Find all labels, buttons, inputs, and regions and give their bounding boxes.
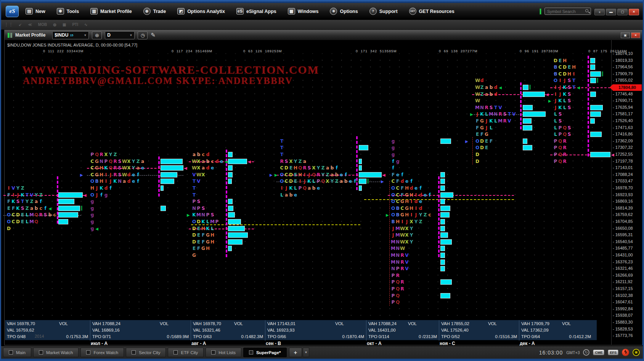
cme-badge: CME [593, 350, 604, 355]
symbol-settings-button[interactable]: ⊛ [92, 31, 102, 39]
new-icon: ▤ [26, 8, 33, 15]
tab-etf-city[interactable]: ETF City [168, 348, 204, 357]
windows-icon: ▦ [288, 8, 295, 15]
menu-item-options[interactable]: ⊛Options [330, 8, 358, 15]
application-window: eS ▤New✱Tools▥Market Profile◍Trade◩Optio… [0, 0, 644, 361]
data-feed-icon[interactable]: ϟ [622, 349, 629, 356]
tab-label: Forex Watch [93, 350, 118, 355]
status-time: 16:03:00 [539, 350, 563, 356]
get-icon: GET [409, 8, 416, 15]
toolbar-icon-5[interactable]: PTI [72, 23, 78, 27]
tab-main[interactable]: Main [3, 348, 31, 357]
menu-item-label: Support [379, 9, 398, 14]
menu-item-label: New [35, 9, 45, 14]
toolbar-icon-4[interactable]: ▦ [63, 23, 66, 27]
tab-label: Sector City [139, 350, 160, 355]
window-title: Market Profile [15, 32, 45, 38]
chevron-down-icon[interactable]: ▼ [84, 34, 87, 37]
tab-market-watch[interactable]: Market Watch [33, 348, 79, 357]
market-profile-window: Market Profile $INDU 15 ▼ ⊛ D ▼ ◷ ✎ ▣ ✕ [4, 30, 643, 345]
tab-label: Market Watch [46, 350, 73, 355]
gear-icon: ⊛ [330, 8, 337, 15]
toolbar-icon-0[interactable]: ↙ [19, 23, 22, 27]
menu-item-esignal-apps[interactable]: eSeSignal Apps [236, 8, 276, 15]
question-icon: ? [369, 8, 377, 15]
tab-checkbox-icon [132, 350, 136, 355]
market-profile-icon: ▥ [90, 8, 98, 15]
menu-item-options-analytix[interactable]: ◩Options Analytix [177, 8, 225, 15]
tab-label: ETF City [181, 350, 198, 355]
restore-window-button[interactable]: ▣ [621, 32, 630, 38]
toolbar-icon-3[interactable]: ◍ [53, 23, 56, 27]
page-list-dropdown[interactable]: ▾ [303, 348, 309, 357]
tools-icon: ✱ [57, 8, 64, 15]
tab-superpage-[interactable]: SuperPage* [243, 348, 287, 357]
tab-label: Hot Lists [218, 350, 236, 355]
collapse-button[interactable]: ⌅ [594, 9, 605, 15]
window-controls: ⌅▬▢✕ [593, 8, 639, 15]
menu-item-new[interactable]: ▤New [26, 8, 45, 15]
tab-hot-lists[interactable]: Hot Lists [206, 348, 241, 357]
close-button[interactable]: ✕ [629, 9, 639, 15]
connection-indicator [540, 8, 541, 15]
tab-checkbox-icon [173, 350, 178, 355]
menu-right-group: ⌅▬▢✕ [540, 8, 639, 15]
tab-checkbox-icon [211, 350, 215, 355]
symbol-combo[interactable]: $INDU 15 ▼ [52, 31, 89, 39]
tab-sector-city[interactable]: Sector City [126, 348, 166, 357]
toolbar-icon-2[interactable]: MOB [38, 23, 47, 27]
window-status-icon [8, 33, 12, 38]
clock-button[interactable]: ◷ [138, 31, 148, 39]
menu-item-get-resources[interactable]: GETGET Resources [409, 8, 454, 15]
drawing-toolbar: ⋮⋮ ↙≪MOB◍▦PTI∿ [1, 20, 643, 30]
trade-globe-icon: ◍ [143, 8, 151, 15]
search-icon[interactable] [585, 9, 590, 14]
menu-item-market-profile[interactable]: ▥Market Profile [90, 8, 132, 15]
symbol-superscript: 15 [70, 34, 73, 37]
sync-icon[interactable]: ↻ [583, 349, 589, 356]
window-top-frame [1, 0, 643, 3]
tab-label: Main [16, 350, 26, 355]
close-window-button[interactable]: ✕ [631, 32, 640, 38]
esignal-logo-button[interactable]: eS [6, 6, 19, 17]
market-profile-titlebar[interactable]: Market Profile $INDU 15 ▼ ⊛ D ▼ ◷ ✎ ▣ ✕ [5, 30, 642, 40]
toolbar-icons: ↙≪MOB◍▦PTI∿ [19, 23, 87, 27]
toolbar-drag-handle[interactable]: ⋮⋮ [4, 22, 13, 27]
toolbar-icon-1[interactable]: ≪ [28, 23, 32, 27]
status-timezone: GMT+3 [566, 350, 580, 355]
menu-item-support[interactable]: ?Support [369, 8, 398, 15]
page-tabs: MainMarket WatchForex WatchSector CityET… [1, 348, 287, 357]
tab-label: SuperPage* [256, 350, 281, 355]
options-analytix-icon: ◩ [177, 8, 185, 15]
symbol-value: $INDU [55, 32, 68, 38]
symbol-search-input[interactable] [544, 8, 591, 15]
menu-item-label: Tools [67, 9, 79, 14]
pencil-icon[interactable]: ✎ [151, 32, 156, 39]
menu-item-label: eSignal Apps [246, 9, 276, 14]
menu-item-tools[interactable]: ✱Tools [57, 8, 79, 15]
network-status-icon[interactable]: ◉ [633, 349, 640, 356]
add-page-button[interactable]: + [289, 348, 302, 357]
menu-item-windows[interactable]: ▦Windows [288, 8, 319, 15]
tab-forex-watch[interactable]: Forex Watch [80, 348, 124, 357]
efs-badge: EFS [608, 350, 618, 355]
maximize-button[interactable]: ▢ [617, 9, 628, 15]
interval-combo[interactable]: D ▼ [105, 31, 135, 39]
menu-item-label: Windows [298, 9, 319, 14]
toolbar-icon-6[interactable]: ∿ [84, 23, 87, 27]
menu-items: ▤New✱Tools▥Market Profile◍Trade◩Options … [26, 8, 454, 15]
tab-checkbox-icon [39, 350, 43, 355]
menu-item-trade[interactable]: ◍Trade [143, 8, 166, 15]
page-tab-bar: MainMarket WatchForex WatchSector CityET… [1, 346, 644, 359]
main-menu-bar: eS ▤New✱Tools▥Market Profile◍Trade◩Optio… [1, 3, 643, 20]
status-bar: 16:03:00 GMT+3 ↻ CME EFS ϟ ◉ [539, 349, 640, 356]
window-bottom-frame [1, 359, 643, 361]
chevron-down-icon[interactable]: ▼ [129, 34, 132, 37]
menu-item-label: Options [340, 9, 358, 14]
menu-item-label: Trade [153, 9, 166, 14]
menu-item-label: Market Profile [100, 9, 132, 14]
tab-checkbox-icon [249, 350, 253, 355]
interval-value: D [107, 32, 111, 38]
minimize-button[interactable]: ▬ [606, 9, 616, 15]
menu-item-label: GET Resources [419, 9, 454, 14]
